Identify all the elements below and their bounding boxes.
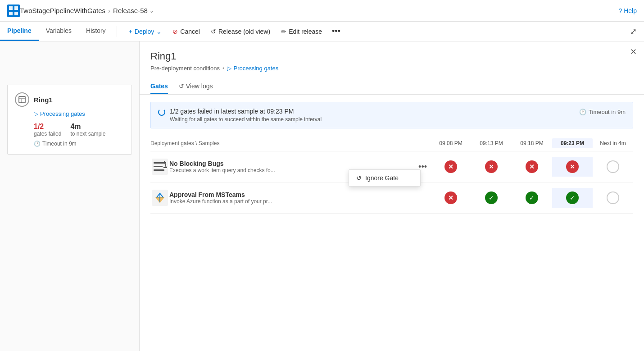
refresh-icon-small: ↺ <box>179 82 186 90</box>
help-button[interactable]: ? Help <box>618 7 637 14</box>
no-blocking-bugs-icon <box>152 159 168 175</box>
ignore-gate-icon: ↺ <box>356 174 362 182</box>
panel-tabs: Gates ↺ View logs <box>140 79 644 95</box>
col-time-2: 09:18 PM <box>512 140 552 146</box>
pre-deployment-label: Pre-deployment conditions <box>150 65 220 72</box>
gate-status-0-2: ✕ <box>512 160 552 173</box>
svg-rect-4 <box>14 12 18 15</box>
loading-spinner <box>158 109 165 116</box>
top-bar: TwoStagePipelineWithGates › Release-58 ⌄… <box>0 0 644 22</box>
svg-rect-5 <box>19 96 25 103</box>
main-layout: Ring1 ▷ Processing gates 1/2 gates faile… <box>0 41 644 351</box>
close-button[interactable]: ✕ <box>630 47 637 57</box>
release-dropdown-icon[interactable]: ⌄ <box>150 8 154 14</box>
gate-status-0-3: ✕ <box>552 157 593 177</box>
next-sample-label: to next sample <box>70 131 105 137</box>
gate-status-1-1: ✓ <box>471 191 512 204</box>
stage-metrics: 1/2 gates failed 4m to next sample <box>34 123 124 137</box>
edit-icon: ✏ <box>281 28 286 35</box>
tab-pipeline[interactable]: Pipeline <box>0 22 39 41</box>
tab-view-logs[interactable]: ↺ View logs <box>179 79 213 94</box>
expand-icon[interactable]: ⤢ <box>630 27 637 36</box>
gate-no-blocking-desc: Executes a work item query and checks fo… <box>169 167 340 173</box>
gate-icon-no-blocking <box>150 157 169 176</box>
cancel-button[interactable]: ⊘ Cancel <box>168 26 204 37</box>
tab-variables[interactable]: Variables <box>39 22 79 41</box>
deploy-button[interactable]: + Deploy ⌄ <box>124 26 167 37</box>
context-menu: ↺ Ignore Gate <box>349 169 421 187</box>
gate-status-0-0: ✕ <box>431 160 471 173</box>
more-options-button[interactable]: ••• <box>328 24 344 38</box>
alert-text: 1/2 gates failed in latest sample at 09:… <box>170 108 322 123</box>
svg-rect-2 <box>14 6 18 10</box>
gate-icon-msteams <box>150 188 169 207</box>
gates-failed-value: 1/2 <box>34 123 61 131</box>
nav-tabs-bar: Pipeline Variables History + Deploy ⌄ ⊘ … <box>0 22 644 41</box>
release-name[interactable]: Release-58 <box>113 7 148 14</box>
breadcrumb-sep: › <box>108 7 110 14</box>
status-success-icon: ✓ <box>566 191 579 204</box>
alert-bar: 1/2 gates failed in latest sample at 09:… <box>150 102 633 128</box>
nav-actions: + Deploy ⌄ ⊘ Cancel ↺ Release (old view)… <box>121 24 348 38</box>
stage-name: Ring1 <box>34 96 53 104</box>
gate-msteams-info: Approval From MSTeams Invoke Azure funct… <box>169 191 415 205</box>
gate-msteams-desc: Invoke Azure function as a part of your … <box>169 198 340 205</box>
status-fail-icon: ✕ <box>526 160 538 173</box>
processing-gates-icon: ▷ <box>34 110 38 117</box>
status-empty-circle <box>607 160 619 173</box>
table-row: No Blocking Bugs Executes a work item qu… <box>150 151 633 182</box>
next-sample-value: 4m <box>70 123 105 131</box>
svg-rect-11 <box>154 169 164 171</box>
status-mixed-icon: ✕ <box>444 191 457 204</box>
gate-status-1-3: ✓ <box>552 188 593 208</box>
col-next-header: Next in 4m <box>593 140 633 146</box>
right-panel: ✕ Ring1 Pre-deployment conditions • ▷ Pr… <box>140 41 644 351</box>
panel-header: Ring1 Pre-deployment conditions • ▷ Proc… <box>140 41 644 72</box>
stage-timeout: 🕐 Timeout in 9m <box>34 141 124 147</box>
ignore-gate-menu-item[interactable]: ↺ Ignore Gate <box>349 170 420 186</box>
timeout-clock-icon: 🕐 <box>579 109 586 115</box>
help-circle-icon: ? <box>618 7 622 14</box>
panel-breadcrumb: Pre-deployment conditions • ▷ Processing… <box>150 65 633 72</box>
edit-release-button[interactable]: ✏ Edit release <box>277 26 327 37</box>
gates-table: Deployment gates \ Samples 09:08 PM 09:1… <box>140 136 644 214</box>
gate-no-blocking-name: No Blocking Bugs <box>169 160 415 167</box>
project-name[interactable]: TwoStagePipelineWithGates <box>20 7 105 14</box>
col-name-header: Deployment gates \ Samples <box>150 140 431 146</box>
pipeline-stage-icon <box>18 96 26 104</box>
stage-icon <box>15 92 29 107</box>
gate-msteams-name: Approval From MSTeams <box>169 191 415 198</box>
approval-msteams-icon <box>152 190 168 206</box>
tab-gates[interactable]: Gates <box>150 79 168 94</box>
cancel-icon: ⊘ <box>172 28 178 35</box>
alert-content: 1/2 gates failed in latest sample at 09:… <box>158 108 322 123</box>
azure-devops-icon <box>7 5 20 17</box>
svg-rect-1 <box>9 6 13 10</box>
status-success-icon: ✓ <box>526 191 538 204</box>
svg-rect-3 <box>9 12 13 15</box>
processing-gates-link[interactable]: ▷ Processing gates <box>227 65 278 72</box>
status-fail-icon: ✕ <box>485 160 498 173</box>
help-label: Help <box>624 7 637 14</box>
stage-status[interactable]: ▷ Processing gates <box>34 110 124 117</box>
alert-main-text: 1/2 gates failed in latest sample at 09:… <box>170 108 322 115</box>
alert-sub-text: Waiting for all gates to succeed within … <box>170 116 322 123</box>
status-empty-circle <box>607 191 619 204</box>
next-sample-metric: 4m to next sample <box>70 123 105 137</box>
gate-status-1-4 <box>593 191 633 204</box>
col-time-1: 09:13 PM <box>471 140 512 146</box>
gate-status-1-2: ✓ <box>512 191 552 204</box>
app-logo <box>7 5 20 17</box>
panel-title: Ring1 <box>150 50 633 62</box>
status-fail-icon: ✕ <box>444 160 457 173</box>
gate-status-0-1: ✕ <box>471 160 512 173</box>
tab-history[interactable]: History <box>79 22 113 41</box>
gates-failed-metric: 1/2 gates failed <box>34 123 61 137</box>
gate-status-1-0: ✕ <box>431 191 471 204</box>
release-name-wrapper: Release-58 ⌄ <box>113 7 154 14</box>
old-view-button[interactable]: ↺ Release (old view) <box>206 26 275 37</box>
deploy-icon: + <box>129 28 132 35</box>
deploy-chevron-icon: ⌄ <box>156 28 162 35</box>
left-panel: Ring1 ▷ Processing gates 1/2 gates faile… <box>0 41 140 351</box>
refresh-icon: ↺ <box>211 28 216 35</box>
